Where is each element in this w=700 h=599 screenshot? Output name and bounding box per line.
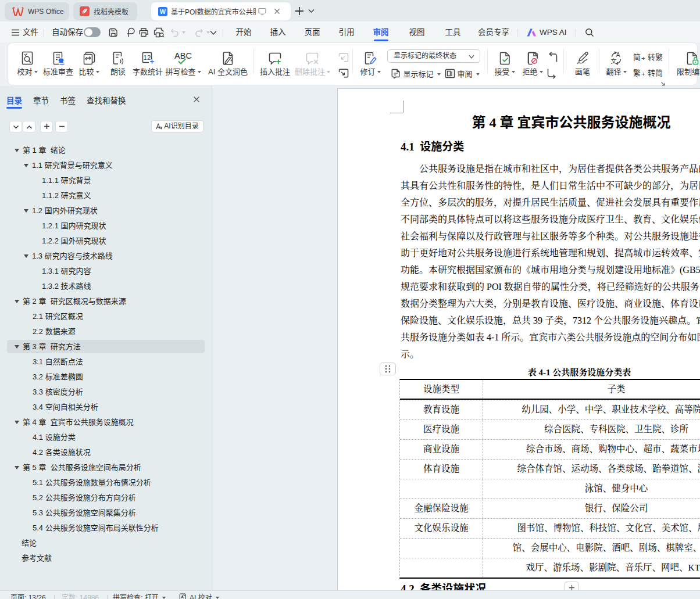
svg-text:W: W <box>160 8 166 15</box>
svg-text:12: 12 <box>143 53 151 60</box>
svg-text:A: A <box>616 51 620 58</box>
svg-text:ABC: ABC <box>174 51 192 60</box>
svg-text:文: 文 <box>611 58 617 64</box>
